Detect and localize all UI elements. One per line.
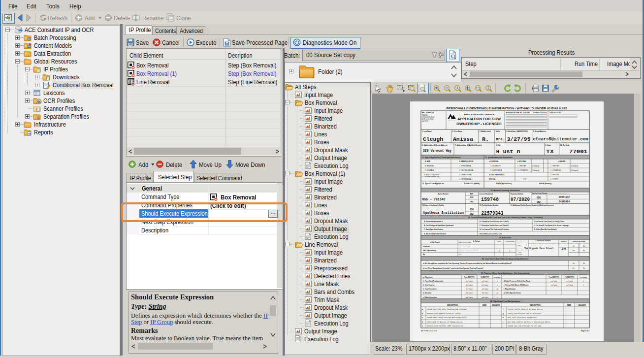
svg-text:5. E-mail Address: 5. E-mail Address — [533, 130, 547, 132]
svg-text:1 - Farm Hand Fundamentals: 1 - Farm Hand Fundamentals — [423, 280, 444, 282]
svg-text:HIGHEST DEGREE: HIGHEST DEGREE — [505, 241, 515, 242]
svg-text:02/2019: 02/2019 — [566, 284, 573, 286]
svg-text:ABC COMPANY: ABC COMPANY — [448, 120, 455, 121]
svg-text:8: 8 — [497, 284, 498, 286]
svg-text:10/2016: 10/2016 — [482, 296, 488, 298]
svg-text:ABC FORM 123: ABC FORM 123 — [422, 112, 434, 114]
svg-text:2 - Associate: 2 - Associate — [517, 248, 523, 249]
svg-text:2 - SECOND DENIAL: 2 - SECOND DENIAL — [459, 169, 474, 171]
svg-text:2 - OPERATING: 2 - OPERATING — [517, 169, 528, 171]
svg-text:389 Vermont Way: 389 Vermont Way — [423, 149, 451, 153]
svg-text:To (MM/YYYY): To (MM/YYYY) — [481, 276, 489, 278]
svg-text:11/2016: 11/2016 — [550, 280, 557, 282]
svg-text:(Category): (Category) — [532, 165, 539, 167]
svg-text:H. A Llama Is Just A Fancy C: H. A Llama Is Just A Fancy Cow — [480, 233, 502, 235]
svg-text:SHOW (Beauty): SHOW (Beauty) — [539, 183, 551, 185]
svg-text:C. UPGRADE: C. UPGRADE — [425, 169, 434, 171]
svg-text:No: No — [583, 245, 585, 247]
svg-text:1 - FIRST DENIAL: 1 - FIRST DENIAL — [459, 165, 472, 167]
svg-text:55.35, 55.47, 55.03,: 55.35, 55.47, 55.03, — [422, 118, 434, 120]
svg-text:Understood the process of homo: Understood the process of homogenization — [427, 321, 462, 323]
svg-text:J. I've Heard A Cow Speak In: J. I've Heard A Cow Speak In Its Secret … — [534, 225, 569, 227]
svg-text:07/2020: 07/2020 — [511, 197, 530, 202]
svg-text:D. MULTI-COW (amend: D. MULTI-COW (amend — [424, 174, 439, 176]
svg-text:c. Udder Instruction: c. Udder Instruction — [423, 296, 437, 298]
svg-text:6. Address Line 1 (Street Add: 6. Address Line 1 (Street Address) — [422, 144, 448, 146]
svg-text:TRS: TRS — [470, 201, 473, 203]
svg-text:06/2016: 06/2016 — [482, 284, 488, 286]
svg-text:FARM: FARM — [483, 304, 487, 306]
svg-text:DATE RECEIVED: DATE RECEIVED — [549, 112, 562, 114]
svg-text:4: 4 — [583, 280, 584, 282]
svg-text:Timely and efficient use of cu: Timely and efficient use of cultivator — [508, 313, 542, 315]
svg-text:159748: 159748 — [481, 197, 499, 202]
svg-text:APPLICATION FOR COW: APPLICATION FOR COW — [457, 117, 501, 121]
svg-text:b. College: b. College — [473, 240, 480, 242]
svg-text:a. Classroom: a. Classroom — [423, 276, 433, 278]
svg-text:1 - WRITTEN: 1 - WRITTEN — [550, 165, 559, 167]
svg-text:e.: e. — [422, 325, 423, 327]
svg-text:13. Type of Cow Applied for:: 13. Type of Cow Applied for: — [422, 183, 444, 185]
svg-text:3 - Bachelor: 3 - Bachelor — [517, 250, 522, 251]
svg-text:2. First Name: 2. First Name — [452, 130, 462, 132]
svg-text:050: 050 — [537, 196, 541, 199]
svg-text:A. NEW: A. NEW — [425, 161, 430, 163]
svg-text:d. Extra Person on Shift in: d. Extra Person on Shift in Cow Room — [504, 280, 530, 282]
svg-text:1: 1 — [456, 86, 458, 90]
svg-text:Type of Training: Type of Training — [539, 242, 547, 244]
svg-text:b.: b. — [422, 313, 423, 315]
svg-text:17. Additional Facility Docke: 17. Additional Facility Docket Number(s)… — [511, 204, 553, 206]
svg-text:24: 24 — [562, 247, 566, 251]
svg-text:Cleugh: Cleugh — [423, 136, 443, 142]
svg-text:5 - Doctoral: 5 - Doctoral — [517, 254, 522, 255]
svg-text:Agriculture Agribusiness Man: Agriculture Agribusiness Management — [459, 250, 479, 252]
svg-text:No. of Weeks: No. of Weeks — [580, 277, 587, 278]
svg-text:4: 4 — [497, 296, 498, 298]
svg-text:B. Can Distinguish Biped fro: B. Can Distinguish Biped from Quadruped — [424, 225, 453, 227]
svg-text:Yes: Yes — [573, 262, 575, 264]
svg-text:12. Qualifications and Permis: 12. Qualifications and Permissions — [485, 157, 513, 159]
svg-text:10. Zip Code: 10. Zip Code — [560, 144, 570, 146]
svg-text:K. Other (Must Be Cow-Relate: K. Other (Must Be Cow-Related) — [534, 228, 556, 230]
svg-text:f.: f. — [503, 308, 504, 310]
svg-text:Demonstrated adequate harveste: Demonstrated adequate harvester safety — [427, 313, 461, 315]
svg-text:12 EHU 55.31, 55.33,: 12 EHU 55.31, 55.33, — [422, 116, 435, 118]
svg-text:Demonstrated excellent udder m: Demonstrated excellent udder manipulatio… — [427, 325, 463, 327]
svg-text:7. Address Line 2 (Apt/Unit N: 7. Address Line 2 (Apt/Unit Number) — [455, 144, 482, 146]
svg-text:18. Current Familiarity with: 18. Current Familiarity with Cows and Co… — [468, 217, 543, 219]
svg-text:No: No — [583, 267, 585, 269]
svg-text:to include additional cow): to include additional cow) — [425, 176, 439, 178]
svg-text:Certificate Received: Certificate Received — [572, 241, 585, 243]
svg-text:3 - THIRD DENIAL: 3 - THIRD DENIAL — [459, 174, 472, 176]
svg-text:4. Birth Date: (MM/DD/YYYY): 4. Birth Date: (MM/DD/YYYY) — [507, 130, 528, 132]
svg-text:b. EXCUSAL: b. EXCUSAL — [517, 161, 526, 163]
svg-text:APPRECIATIVE BOVINE COMMISSION: APPRECIATIVE BOVINE COMMISSION — [464, 114, 494, 116]
svg-text:PERSONALLY IDENTIFIABLE INFORM: PERSONALLY IDENTIFIABLE INFORMATION - WI… — [447, 106, 568, 110]
svg-text:0 - None: 0 - None — [517, 245, 521, 246]
svg-text:1 - Certificate: 1 - Certificate — [517, 246, 523, 247]
svg-text:d.: d. — [422, 321, 423, 323]
svg-text:of Years: of Years — [497, 242, 502, 243]
svg-text:and 55.57.: and 55.57. — [422, 120, 428, 122]
svg-text:77001: 77001 — [569, 149, 587, 155]
svg-text:050: 050 — [470, 208, 474, 211]
svg-text:Yes: Yes — [573, 245, 575, 247]
svg-text:Barn kept orderly and free of: Barn kept orderly and free of unnecessar… — [508, 321, 550, 323]
svg-text:21. Training (Since Last Appl: 21. Training (Since Last Application - S… — [481, 272, 530, 274]
svg-text:19. Education: 19. Education — [499, 237, 512, 239]
svg-text:FCH: FCH — [470, 196, 473, 198]
svg-text:c. Vocational Technical: c. Vocational Technical — [536, 240, 551, 242]
svg-text:02/2016: 02/2016 — [466, 280, 472, 282]
svg-text:3. Middle Initial: 3. Middle Initial — [480, 130, 491, 132]
svg-text:h.: h. — [503, 317, 504, 319]
svg-text:22. Significant Cow Manipulat: 22. Significant Cow Manipulations — [490, 300, 520, 302]
svg-text:DESCRIPTION: DESCRIPTION — [530, 304, 541, 306]
svg-text:DOMESTIC (Home): DOMESTIC (Home) — [464, 183, 480, 185]
svg-text:OWNERSHIP - LICENSEE: OWNERSHIP - LICENSEE — [456, 122, 502, 126]
svg-text:FARM: FARM — [567, 304, 572, 306]
svg-text:To (MM/YYYY): To (MM/YYYY) — [565, 276, 574, 278]
svg-text:1. Last Name: 1. Last Name — [422, 130, 432, 132]
svg-text:1 - ELIGIBILITY: 1 - ELIGIBILITY — [490, 165, 501, 167]
svg-text:16. Facility Docket Number: 16. Facility Docket Number — [480, 204, 499, 206]
svg-text:a.: a. — [422, 308, 423, 310]
